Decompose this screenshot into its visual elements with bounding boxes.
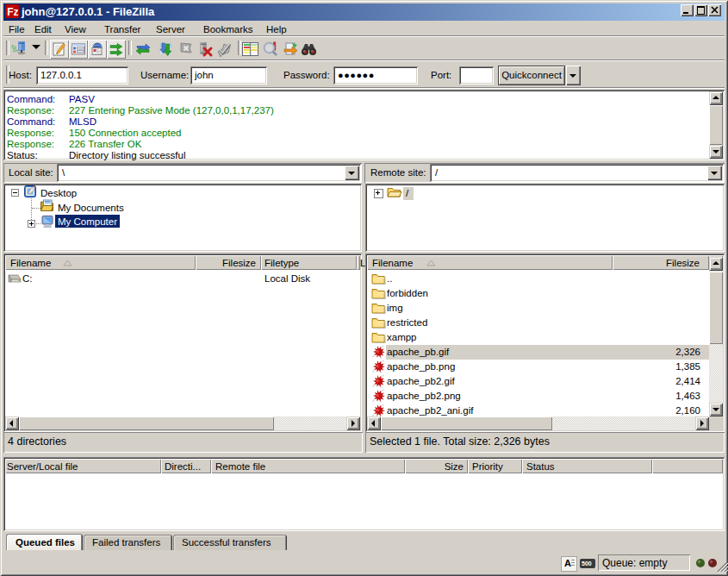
svg-text:Fz: Fz <box>7 6 18 18</box>
